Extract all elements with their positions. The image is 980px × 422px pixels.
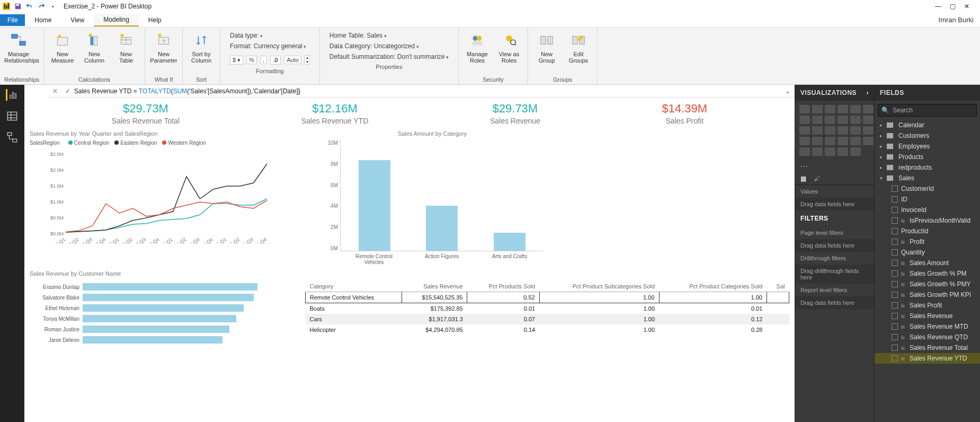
drillthrough-drop-area[interactable]: Drag drillthrough fields here [795,265,874,284]
viz-type-icon[interactable] [825,116,835,124]
new-column-button[interactable]: New Column [80,30,109,75]
percent-button[interactable]: % [246,56,257,64]
sort-by-column-button[interactable]: Sort by Column [187,30,216,75]
field-item[interactable]: Sales Profit [875,300,980,311]
table-visual[interactable]: CategorySales RevenuePct Products SoldPc… [305,270,789,347]
data-type-dropdown[interactable]: Data type: [230,32,310,39]
table-row[interactable]: Cars$1,917,031.30.071.000.12 [306,314,789,324]
menu-modeling[interactable]: Modeling [94,14,139,27]
table-header[interactable]: Sales Revenue [402,281,467,292]
viz-type-icon[interactable] [812,147,823,156]
table-row[interactable]: Helicopter$4,294,070.850.141.000.28 [306,324,789,335]
viz-type-icon[interactable] [850,126,861,135]
field-item[interactable]: InvoiceId [875,205,980,215]
field-table[interactable]: Sales [875,173,980,183]
viz-type-icon[interactable] [799,105,810,113]
viz-type-icon[interactable] [838,116,848,124]
data-category-dropdown[interactable]: Data Category: Uncategorized [329,42,449,50]
field-table[interactable]: redproducts [875,162,980,173]
kpi-card[interactable]: $29.73MSales Revenue Total [112,102,180,125]
decimals-stepper[interactable]: ▴▾ [305,55,310,65]
table-header[interactable]: Pct Product Categories Sold [659,281,767,292]
field-item[interactable]: Profit [875,236,980,247]
decimals-decrease-button[interactable]: .0̷ [270,56,281,65]
qat-dropdown-icon[interactable]: ▾ [49,2,57,11]
fields-tab-icon[interactable]: ▦ [800,175,806,182]
thousands-button[interactable]: , [260,56,267,64]
data-view-button[interactable] [6,110,18,122]
menu-help[interactable]: Help [139,14,171,26]
field-item[interactable]: IsPreviousMonthValid [875,215,980,226]
viz-type-icon[interactable] [863,116,874,124]
viz-type-icon[interactable] [838,137,848,145]
viz-type-icon[interactable] [850,116,861,124]
kpi-card[interactable]: $12.16MSales Revenue YTD [301,102,369,125]
field-item[interactable]: Sales Revenue MTD [875,321,980,332]
field-item[interactable]: Sales Growth % PM [875,268,980,279]
menu-home[interactable]: Home [25,14,61,26]
currency-button[interactable]: $ ▾ [230,56,243,65]
user-name[interactable]: Imran Burki [939,16,974,24]
field-table[interactable]: Employees [875,141,980,152]
field-item[interactable]: Sales Growth % PMY [875,279,980,289]
viz-type-icon[interactable] [863,137,874,145]
manage-roles-button[interactable]: Manage Roles [463,30,492,75]
field-item[interactable]: Sales Revenue Total [875,342,980,353]
manage-relationships-button[interactable]: Manage Relationships [4,30,33,75]
viz-type-icon[interactable] [825,126,835,135]
visualization-picker[interactable] [795,101,874,160]
viz-type-icon[interactable] [825,147,835,156]
table-header[interactable]: Pct Products Sold [467,281,539,292]
field-item[interactable]: Sales Growth PM KPI [875,289,980,300]
view-as-roles-button[interactable]: View as Roles [495,30,523,75]
table-row[interactable]: Boats$175,392.850.011.000.01 [306,303,789,314]
chevron-right-icon[interactable]: › [867,89,869,96]
viz-type-icon[interactable] [838,105,848,113]
format-dropdown[interactable]: Format: Currency general [230,42,310,50]
report-view-button[interactable] [6,89,17,101]
viz-type-icon[interactable] [825,137,835,145]
field-item[interactable]: Sales Revenue YTD [875,353,980,364]
formula-cancel-icon[interactable]: ✕ [49,87,61,95]
table-header[interactable]: Pct Product Subcategories Sold [539,281,659,292]
new-parameter-button[interactable]: ?New Parameter [149,30,178,75]
viz-type-icon[interactable] [812,116,823,124]
viz-type-icon[interactable] [825,105,835,113]
viz-type-icon[interactable] [850,137,861,145]
kpi-card[interactable]: $29.73MSales Revenue [490,102,540,125]
kpi-card[interactable]: $14.39MSales Profit [662,102,708,125]
field-item[interactable]: Quantity [875,247,980,258]
menu-view[interactable]: View [61,14,94,26]
fields-search-input[interactable]: 🔍 Search [878,104,977,117]
field-table[interactable]: Customers [875,130,980,141]
viz-type-icon[interactable] [812,137,823,145]
menu-file[interactable]: File [0,14,25,26]
formula-expand-icon[interactable]: ⌄ [785,87,790,95]
formula-commit-icon[interactable]: ✓ [61,87,74,95]
minimize-button[interactable]: — [935,3,941,10]
field-item[interactable]: Sales Revenue [875,311,980,321]
field-table[interactable]: Calendar [875,120,980,130]
field-item[interactable]: Sales Revenue QTD [875,332,980,342]
field-item[interactable]: CustomerId [875,183,980,194]
viz-type-icon[interactable] [863,105,874,113]
field-item[interactable]: ID [875,194,980,205]
format-tab-icon[interactable]: 🖌 [814,175,820,182]
viz-type-icon[interactable] [799,147,810,156]
table-header[interactable]: Sal [767,281,789,292]
edit-groups-button[interactable]: Edit Groups [564,30,593,75]
summarization-dropdown[interactable]: Default Summarization: Don't summarize [329,53,449,60]
table-header[interactable]: Category [306,281,402,292]
new-measure-button[interactable]: New Measure [48,30,77,75]
line-chart-visual[interactable]: Sales Revenue by Year Quarter and SalesR… [30,130,284,265]
table-row[interactable]: Remote Control Vehicles$15,540,525.350.5… [306,292,789,303]
bar-chart-visual[interactable]: Sales Amount by Category 10M8M6M4M2M0M R… [321,130,544,265]
field-item[interactable]: ProductId [875,226,980,236]
field-table[interactable]: Products [875,152,980,162]
values-drop-area[interactable]: Drag data fields here [795,198,874,210]
viz-type-icon[interactable] [799,126,810,135]
report-filters-drop-area[interactable]: Drag data fields here [795,296,874,309]
viz-type-icon[interactable] [838,126,848,135]
viz-type-icon[interactable] [812,126,823,135]
viz-type-icon[interactable] [799,137,810,145]
